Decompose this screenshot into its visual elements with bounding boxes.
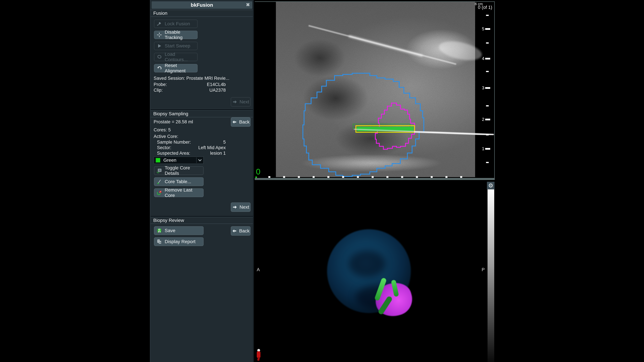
grayscale-colorbar[interactable] xyxy=(488,189,494,362)
button-label: Load Contours... xyxy=(165,52,195,62)
ruler-tick-major xyxy=(485,28,490,30)
reset-alignment-button[interactable]: Reset Alignment xyxy=(154,64,198,72)
ruler-label: 2 xyxy=(478,117,484,122)
close-icon[interactable]: ✖ xyxy=(246,2,250,7)
ruler-tick-minor xyxy=(486,134,489,135)
bottom-ruler-tick xyxy=(386,176,388,178)
pin-icon xyxy=(157,21,162,26)
core-needle-icon xyxy=(157,179,162,184)
button-label: Disable Tracking xyxy=(165,29,195,40)
button-label: Next xyxy=(240,99,249,105)
button-label: Start Sweep xyxy=(165,43,190,49)
play-icon xyxy=(157,43,162,49)
needle-echo-bright xyxy=(414,132,494,135)
model-shading xyxy=(349,250,386,277)
toggle-core-details-button[interactable]: Toggle Core Details xyxy=(154,166,204,175)
fusion-next-button[interactable]: Next xyxy=(231,97,250,107)
ruler-tick-minor xyxy=(486,71,489,72)
review-back-button[interactable]: Back xyxy=(231,226,250,236)
bottom-ruler-tick xyxy=(312,176,314,178)
clip-value: UA2378 xyxy=(154,88,226,93)
bottom-ruler-tick xyxy=(460,176,462,178)
ruler-tick-major xyxy=(485,87,490,89)
ultrasound-viewport[interactable]: 6 cm 0 (of 1) 5 4 3 2 1 0 xyxy=(255,1,495,178)
core-color-select[interactable]: Green xyxy=(154,157,204,164)
section-title: Biopsy Sampling xyxy=(153,111,188,116)
core-table-button[interactable]: Core Table... xyxy=(154,177,204,186)
control-panel: bkFusion ✖ Fusion Lock Fusion Disable Tr… xyxy=(150,0,254,362)
bottom-ruler-tick xyxy=(327,176,330,178)
prostate-contour xyxy=(303,73,424,176)
bottom-ruler-tick xyxy=(268,176,270,178)
button-label: Next xyxy=(240,204,249,210)
remove-core-icon xyxy=(157,190,162,195)
ruler-tick-major xyxy=(485,119,490,120)
patient-orientation-icon xyxy=(256,349,262,361)
report-icon xyxy=(157,239,162,244)
arrow-left-icon xyxy=(232,119,237,125)
echo-streak xyxy=(349,36,422,56)
lesion-contour xyxy=(375,103,414,149)
arrow-left-icon xyxy=(232,228,237,234)
crosshair-icon xyxy=(157,32,162,37)
ruler-label: 1 xyxy=(478,146,484,151)
probe-value: E14CL4b xyxy=(154,82,226,87)
button-label: Toggle Core Details xyxy=(165,165,201,176)
color-swatch xyxy=(156,158,160,163)
contour-icon xyxy=(157,54,162,60)
button-label: Save xyxy=(165,228,176,233)
cores-text: Cores: 5 xyxy=(154,127,171,133)
titlebar: bkFusion ✖ xyxy=(152,1,252,9)
bottom-ruler-tick xyxy=(283,176,285,178)
save-button[interactable]: Save xyxy=(154,226,204,235)
button-label: Reset Alignment xyxy=(165,63,195,73)
needle-position-annotation: 0 xyxy=(256,167,260,176)
section-header-fusion: Fusion xyxy=(150,10,253,17)
bottom-ruler-tick xyxy=(357,176,359,178)
remove-last-core-button[interactable]: Remove Last Core xyxy=(154,188,204,197)
start-sweep-button[interactable]: Start Sweep xyxy=(154,42,198,50)
anterior-axis-label: A xyxy=(257,267,260,272)
display-settings-button[interactable]: ⚙ xyxy=(487,182,494,189)
bottom-ruler-tick xyxy=(431,176,433,178)
button-label: Back xyxy=(239,119,250,125)
window-title: bkFusion xyxy=(191,2,213,8)
sampling-next-button[interactable]: Next xyxy=(231,202,250,212)
ultrasound-overlay xyxy=(255,2,495,178)
button-label: Back xyxy=(239,228,250,234)
bottom-ruler-tick xyxy=(298,176,300,178)
ruler-tick-minor xyxy=(486,105,489,106)
arrow-right-icon xyxy=(232,99,238,105)
disable-tracking-button[interactable]: Disable Tracking xyxy=(154,31,198,39)
row-value: Left Mid Apex xyxy=(157,145,226,150)
display-report-button[interactable]: Display Report xyxy=(154,237,204,246)
viewport-divider xyxy=(255,178,495,180)
chevron-down-icon xyxy=(196,159,203,161)
needle-position-marker xyxy=(256,176,257,178)
button-label: Display Report xyxy=(165,239,196,244)
posterior-axis-label: P xyxy=(482,267,485,272)
app-root: bkFusion ✖ Fusion Lock Fusion Disable Tr… xyxy=(0,0,644,362)
section-title: Biopsy Review xyxy=(153,218,184,223)
bottom-ruler xyxy=(255,176,495,178)
bottom-ruler-tick xyxy=(416,176,418,178)
frame-counter: 0 (of 1) xyxy=(470,5,492,10)
selected-color: Green xyxy=(163,158,196,163)
ruler-tick-minor xyxy=(486,162,489,163)
bottom-ruler-tick xyxy=(372,176,374,178)
sampling-back-button[interactable]: Back xyxy=(231,117,250,127)
section-header-biopsy-review: Biopsy Review xyxy=(150,217,253,224)
ruler-label: 4 xyxy=(478,56,484,61)
button-label: Remove Last Core xyxy=(165,187,201,198)
button-label: Lock Fusion xyxy=(165,21,190,26)
row-value: 5 xyxy=(157,140,226,145)
bottom-ruler-tick xyxy=(342,176,344,178)
undo-icon xyxy=(157,65,162,71)
lock-fusion-button[interactable]: Lock Fusion xyxy=(154,19,198,28)
gear-icon: ⚙ xyxy=(488,182,493,189)
bottom-ruler-tick xyxy=(446,176,448,178)
row-value: lesion 1 xyxy=(157,151,226,156)
load-contours-button[interactable]: Load Contours... xyxy=(154,53,198,61)
model-3d-viewport[interactable]: A P ⚙ xyxy=(255,180,495,362)
section-title: Fusion xyxy=(153,10,167,16)
